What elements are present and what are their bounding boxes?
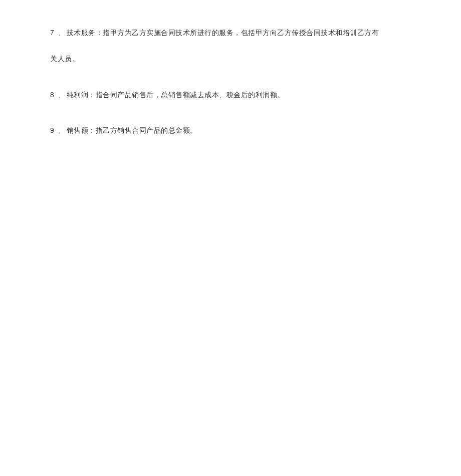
definition-text: 纯利润：指合同产品销售后，总销售额减去成本、税金后的利润额。 bbox=[67, 91, 285, 99]
item-separator: 、 bbox=[58, 29, 66, 37]
item-number: 7 bbox=[50, 29, 54, 37]
definition-line-1: 7 、技术服务：指甲方为乙方实施合同技术所进行的服务，包括甲方向乙方传授合同技术… bbox=[50, 27, 411, 39]
item-separator: 、 bbox=[58, 91, 66, 99]
item-separator: 、 bbox=[58, 127, 66, 134]
item-number: 9 bbox=[50, 126, 54, 134]
definition-item-7: 7 、技术服务：指甲方为乙方实施合同技术所进行的服务，包括甲方向乙方传授合同技术… bbox=[50, 27, 411, 65]
definition-line-1: 9 、销售额：指乙方销售合同产品的总金额。 bbox=[50, 125, 411, 136]
definition-item-9: 9 、销售额：指乙方销售合同产品的总金额。 bbox=[50, 125, 411, 136]
definition-item-8: 8 、纯利润：指合同产品销售后，总销售额减去成本、税金后的利润额。 bbox=[50, 89, 411, 101]
definition-line-1: 8 、纯利润：指合同产品销售后，总销售额减去成本、税金后的利润额。 bbox=[50, 89, 411, 101]
item-number: 8 bbox=[50, 91, 54, 99]
definition-text: 技术服务：指甲方为乙方实施合同技术所进行的服务，包括甲方向乙方传授合同技术和培训… bbox=[67, 29, 379, 37]
definition-text: 销售额：指乙方销售合同产品的总金额。 bbox=[67, 127, 197, 134]
definition-line-2: 关人员。 bbox=[50, 54, 411, 65]
